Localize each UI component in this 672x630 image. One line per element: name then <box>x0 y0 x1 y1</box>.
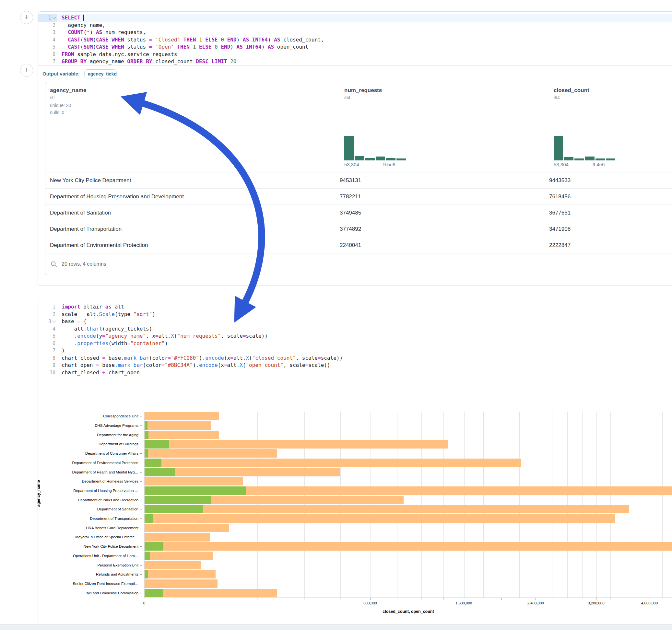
column-header-num_requests[interactable]: num_requests i64 53,3049.5e6 <box>344 82 441 172</box>
sql-cell: 1SELECT 2 agency_name,3 COUNT(*) AS num_… <box>38 11 672 286</box>
bar-closed_count <box>145 542 672 551</box>
code-line[interactable]: 8chart_closed = base.mark_bar(color="#FF… <box>38 355 672 362</box>
code-line[interactable]: 7GROUP BY agency_name ORDER BY closed_co… <box>38 58 672 66</box>
bar-open_count <box>145 431 148 439</box>
axis-tick <box>582 598 582 600</box>
column-histogram <box>344 136 406 161</box>
axis-tick <box>567 598 567 600</box>
bar-open_count <box>145 440 169 448</box>
plus-icon: + <box>25 66 29 74</box>
table-row[interactable]: Department of Transportation 3774892 347… <box>45 221 672 237</box>
code-line[interactable]: 3base = ( <box>38 318 672 325</box>
table-row[interactable]: New York City Police Department 9453131 … <box>45 172 672 188</box>
table-body: New York City Police Department 9453131 … <box>45 172 672 253</box>
code-line[interactable]: 4 alt.Chart(agency_tickets) <box>38 325 672 333</box>
bar-closed_count <box>145 552 213 560</box>
code-line[interactable]: 1import altair as alt <box>38 303 672 311</box>
column-stat: nulls: 0 <box>50 110 64 115</box>
line-number: 4 <box>38 36 57 44</box>
code-text: chart_closed = base.mark_bar(color="#FFC… <box>57 355 672 362</box>
sql-code-editor[interactable]: 1SELECT 2 agency_name,3 COUNT(*) AS num_… <box>38 12 672 66</box>
gridline <box>304 412 305 598</box>
line-number: 4 <box>38 325 57 333</box>
table-row[interactable]: Department of Sanitation 3749485 3677651 <box>45 204 672 221</box>
code-line[interactable]: 3 COUNT(*) AS num_requests, <box>38 29 672 36</box>
search-icon[interactable] <box>51 261 57 267</box>
python-code-editor[interactable]: 1import altair as alt2scale = alt.Scale(… <box>38 300 672 376</box>
cell-num-requests: 7782211 <box>340 193 549 200</box>
y-category-label: New York City Police Department <box>83 544 138 548</box>
x-tick-label: 0 <box>143 601 145 605</box>
cell-closed-count: 7618456 <box>549 193 672 200</box>
code-line[interactable]: 1SELECT <box>38 14 672 22</box>
code-line[interactable]: 5 CAST(SUM(CASE WHEN status = 'Open' THE… <box>38 43 672 51</box>
output-variable-badge[interactable]: agency_tickets <box>84 69 117 78</box>
gridline <box>597 412 597 598</box>
add-cell-button-output[interactable]: + <box>20 64 33 77</box>
column-header-agency_name[interactable]: agency_name strunique: 20 nulls: 0 <box>50 82 147 172</box>
y-axis-tick <box>140 435 142 435</box>
cell-closed-count: 2222847 <box>549 242 672 248</box>
axis-tick <box>662 598 662 600</box>
axis-tick <box>443 598 443 600</box>
y-axis-tick <box>140 472 142 472</box>
previous-cell-edge <box>38 0 672 3</box>
y-category-label: Department of Transportation <box>90 516 138 520</box>
code-line[interactable]: 2scale = alt.Scale(type="sqrt") <box>38 311 672 318</box>
column-type: i64 <box>554 95 560 100</box>
axis-tick <box>340 598 340 600</box>
gridline <box>464 412 464 598</box>
bar-open_count <box>145 570 148 579</box>
code-line[interactable]: 5 .encode(y="agency_name", x=alt.X("num_… <box>38 333 672 340</box>
bar-closed_count <box>145 440 448 448</box>
cell-num-requests: 3774892 <box>340 226 549 232</box>
code-line[interactable]: 9chart_open = base.mark_bar(color="#8BC3… <box>38 362 672 369</box>
table-header: agency_name strunique: 20 nulls: 0num_re… <box>45 82 672 172</box>
bar-closed_count <box>145 477 243 485</box>
y-axis-tick <box>140 481 142 482</box>
y-category-label: Department for the Aging <box>97 433 138 437</box>
y-axis-tick <box>140 453 142 454</box>
column-histogram <box>554 136 615 161</box>
line-number: 5 <box>38 43 57 51</box>
gridline <box>443 412 444 598</box>
gridline <box>662 412 663 598</box>
code-text: .properties(width="container") <box>57 340 672 347</box>
chevron-down-icon[interactable] <box>52 319 56 322</box>
y-category-label: Department of Homeless Services <box>82 479 138 483</box>
gridline <box>610 412 611 598</box>
y-axis-tick <box>140 547 142 547</box>
cell-closed-count: 9443533 <box>549 177 672 184</box>
gridline <box>397 412 398 598</box>
column-header-closed_count[interactable]: closed_count i64 53,3049.4e6 <box>554 82 651 172</box>
code-line[interactable]: 6FROM sample_data.nyc.service_requests <box>38 51 672 58</box>
code-line[interactable]: 6 .properties(width="container") <box>38 340 672 347</box>
y-category-label: Taxi and Limousine Commission <box>85 591 138 595</box>
y-category-label: Department of Buildings <box>99 442 138 446</box>
bar-closed_count <box>145 570 216 579</box>
table-row[interactable]: Department of Housing Preservation and D… <box>45 188 672 204</box>
axis-tick <box>637 598 637 600</box>
y-category-label: HRA Benefit Card Replacement <box>86 526 138 530</box>
bar-closed_count <box>145 449 277 458</box>
code-text: chart_open = base.mark_bar(color="#8BC34… <box>57 362 672 369</box>
y-axis-tick <box>140 416 142 416</box>
bar-closed_count <box>145 579 217 588</box>
y-axis-tick <box>140 444 142 444</box>
bar-open_count <box>145 459 162 467</box>
code-line[interactable]: 2 agency_name, <box>38 22 672 29</box>
y-axis-tick <box>140 491 142 491</box>
bar-open_count <box>145 496 211 504</box>
histogram-labels: 53,3049.5e6 <box>344 162 406 168</box>
code-line[interactable]: 7) <box>38 347 672 355</box>
table-row[interactable]: Department of Environmental Protection 2… <box>45 237 672 253</box>
code-line[interactable]: 4 CAST(SUM(CASE WHEN status = 'Closed' T… <box>38 36 672 44</box>
code-line[interactable]: 10chart_closed + chart_open <box>38 369 672 377</box>
axis-tick <box>370 598 370 600</box>
axis-tick <box>535 598 536 600</box>
y-axis-tick <box>140 518 142 519</box>
code-text: FROM sample_data.nyc.service_requests <box>57 51 672 58</box>
bar-open_count <box>145 421 147 430</box>
chevron-down-icon[interactable] <box>52 15 56 19</box>
add-cell-button-top[interactable]: + <box>20 11 33 24</box>
